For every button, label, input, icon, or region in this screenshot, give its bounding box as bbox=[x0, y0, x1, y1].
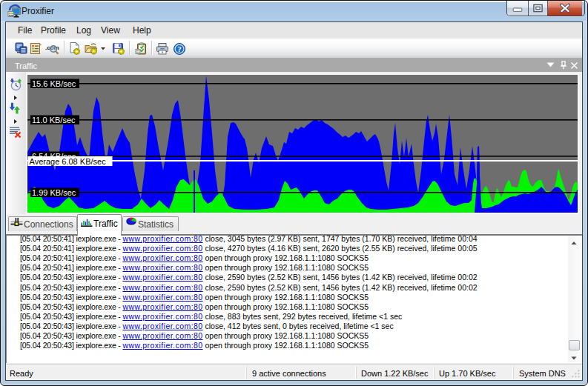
svg-text:?: ? bbox=[177, 44, 182, 53]
svg-text:Average 6.08 KB/sec: Average 6.08 KB/sec bbox=[30, 157, 107, 166]
svg-text:1.99 KB/sec: 1.99 KB/sec bbox=[32, 188, 76, 197]
svg-text:15.6 KB/sec: 15.6 KB/sec bbox=[32, 79, 76, 88]
svg-text:11.0 KB/sec: 11.0 KB/sec bbox=[32, 116, 76, 124]
